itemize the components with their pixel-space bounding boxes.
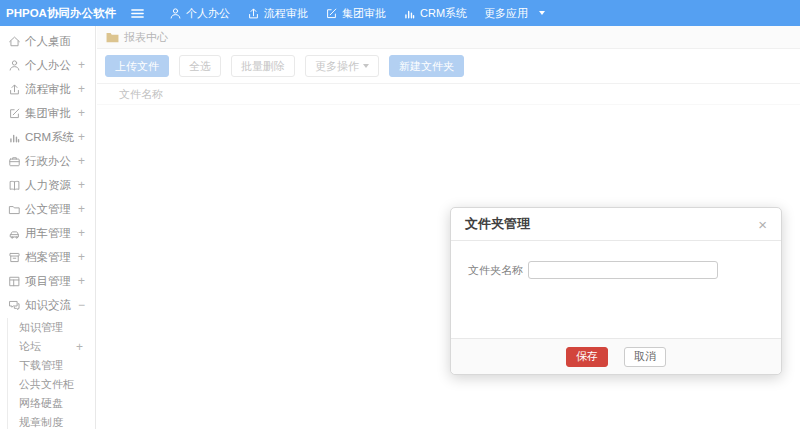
modal-header: 文件夹管理 × xyxy=(451,208,781,241)
folder-name-field-row: 文件夹名称 xyxy=(468,261,718,279)
modal-footer: 保存 取消 xyxy=(451,338,781,374)
save-button[interactable]: 保存 xyxy=(566,347,608,367)
modal-title: 文件夹管理 xyxy=(465,215,530,233)
folder-name-input[interactable] xyxy=(528,261,718,279)
folder-name-label: 文件夹名称 xyxy=(468,263,523,278)
modal-body: 文件夹名称 xyxy=(451,241,781,338)
folder-management-modal: 文件夹管理 × 文件夹名称 保存 取消 xyxy=(450,207,782,375)
close-icon[interactable]: × xyxy=(758,217,767,232)
cancel-button[interactable]: 取消 xyxy=(624,347,666,367)
